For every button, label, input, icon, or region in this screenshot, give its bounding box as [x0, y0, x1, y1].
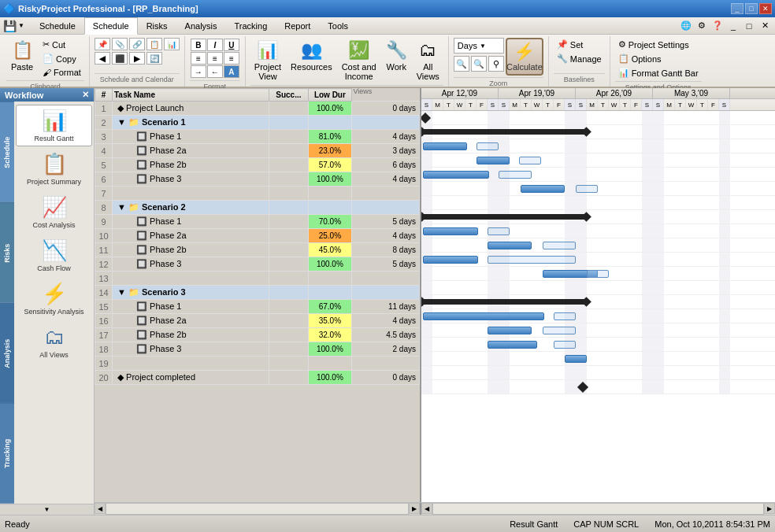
italic-button[interactable]: I — [207, 39, 223, 51]
formatpaint-button[interactable]: 🖌Format — [39, 66, 84, 79]
resources-button[interactable]: 👥 Resources — [287, 38, 336, 74]
calculate-button[interactable]: ⚡ Calculate — [506, 38, 543, 76]
sched-btn-a[interactable]: ◀ — [95, 52, 110, 65]
table-row[interactable]: 16🔲 Phase 2a35.0%4 days — [95, 314, 420, 328]
task-name-header[interactable]: Task Name — [113, 89, 269, 102]
info-icon[interactable]: ❓ — [710, 19, 725, 33]
table-row[interactable]: 18🔲 Phase 3100.0%2 days — [95, 342, 420, 357]
maximize-button[interactable]: □ — [745, 3, 758, 14]
table-row[interactable]: 7 — [95, 187, 420, 201]
side-tab-risks[interactable]: Risks — [0, 202, 14, 303]
minimize-button[interactable]: _ — [731, 3, 743, 14]
sched-btn-b[interactable]: ⬛ — [112, 52, 128, 65]
align-center-button[interactable]: ≡ — [207, 52, 223, 65]
task-btn-2[interactable]: 📎 — [112, 38, 128, 50]
row-number: 1 — [95, 102, 113, 116]
sched-btn-c[interactable]: ▶ — [129, 52, 145, 65]
table-row[interactable]: 19 — [95, 357, 420, 371]
table-row[interactable]: 8▼ 📁 Scenario 2 — [95, 201, 420, 215]
table-row[interactable]: 1◆ Project Launch100.0%0 days — [95, 102, 420, 116]
bold-button[interactable]: B — [191, 39, 206, 51]
task-btn-5[interactable]: 📊 — [164, 38, 180, 50]
underline-button[interactable]: U — [224, 39, 239, 51]
menu-tab-risks[interactable]: Risks — [138, 17, 176, 34]
table-scrollbar[interactable] — [106, 503, 409, 515]
zoom-out-button[interactable]: 🔍 — [471, 56, 487, 72]
all-views-button[interactable]: 🗂 AllViews — [413, 38, 443, 83]
help-icon[interactable]: 🌐 — [679, 19, 693, 33]
color-button[interactable]: A — [224, 65, 239, 78]
table-scroll-left[interactable]: ◀ — [95, 503, 106, 514]
pct-cell: 100.0% — [308, 102, 351, 116]
table-row[interactable]: 3🔲 Phase 181.0%4 days — [95, 130, 420, 144]
table-row[interactable]: 20◆ Project completed100.0%0 days — [95, 371, 420, 385]
menu-arrow[interactable]: ▼ — [18, 22, 24, 29]
side-tab-analysis[interactable]: Analysis — [0, 303, 14, 404]
cost-income-button[interactable]: 💹 Cost andIncome — [338, 38, 380, 83]
options-button[interactable]: 📋 Options — [615, 52, 702, 65]
workflow-item-project-summary[interactable]: 📋 Project Summary — [16, 148, 92, 190]
menu-tab-analysis[interactable]: Analysis — [176, 17, 226, 34]
menu-tab-schedule-active[interactable]: Schedule — [84, 17, 138, 35]
window-minimize-icon[interactable]: _ — [726, 19, 740, 33]
task-btn-3[interactable]: 🔗 — [129, 38, 145, 50]
table-row[interactable]: 10🔲 Phase 2a25.0%4 days — [95, 229, 420, 243]
table-row[interactable]: 9🔲 Phase 170.0%5 days — [95, 215, 420, 229]
menu-tab-tracking[interactable]: Tracking — [226, 17, 276, 34]
table-row[interactable]: 14▼ 📁 Scenario 3 — [95, 286, 420, 300]
side-tab-schedule[interactable]: Schedule — [0, 102, 14, 202]
window-maximize-icon[interactable]: □ — [742, 19, 756, 33]
gantt-scroll-right[interactable]: ▶ — [764, 503, 775, 514]
settings-icon[interactable]: ⚙ — [695, 19, 709, 33]
table-row[interactable]: 11🔲 Phase 2b45.0%8 days — [95, 243, 420, 257]
window-close-icon[interactable]: ✕ — [758, 19, 772, 33]
table-row[interactable]: 13 — [95, 272, 420, 286]
close-button[interactable]: ✕ — [759, 3, 772, 14]
table-row[interactable]: 12🔲 Phase 3100.0%5 days — [95, 257, 420, 272]
menu-tab-schedule[interactable]: Schedule — [31, 17, 84, 34]
succ-cell — [269, 328, 308, 342]
indent-button[interactable]: → — [191, 65, 206, 78]
task-btn-4[interactable]: 📋 — [146, 38, 162, 50]
table-row[interactable]: 5🔲 Phase 2b57.0%6 days — [95, 158, 420, 172]
cut-button[interactable]: ✂Cut — [39, 38, 84, 51]
menu-tab-tools[interactable]: Tools — [319, 17, 357, 34]
succ-header[interactable]: Succ... — [269, 89, 308, 102]
gantt-body[interactable] — [421, 111, 775, 502]
workflow-item-cash-flow[interactable]: 📉 Cash Flow — [16, 235, 92, 276]
gantt-scrollbar[interactable] — [432, 503, 764, 515]
table-row[interactable]: 4🔲 Phase 2a23.0%3 days — [95, 144, 420, 158]
align-left-button[interactable]: ≡ — [191, 52, 206, 65]
sidebar-scroll[interactable]: ▼ — [0, 504, 94, 515]
zoom-in-button[interactable]: 🔍 — [454, 56, 469, 72]
table-scroll-right[interactable]: ▶ — [409, 503, 420, 514]
table-row[interactable]: 17🔲 Phase 2b32.0%4.5 days — [95, 328, 420, 342]
manage-button[interactable]: 🔧 Manage — [554, 52, 605, 65]
work-button[interactable]: 🔧 Work — [382, 38, 411, 74]
format-gantt-button[interactable]: 📊 Format Gantt Bar — [615, 66, 702, 79]
workflow-item-cost-analysis[interactable]: 📈 Cost Analysis — [16, 191, 92, 233]
workflow-item-result-gantt[interactable]: 📊 Result Gantt — [16, 105, 92, 146]
copy-button[interactable]: 📄Copy — [39, 52, 84, 65]
project-settings-button[interactable]: ⚙ Project Settings — [615, 38, 702, 51]
workflow-item-all-views[interactable]: 🗂 All Views — [16, 321, 92, 363]
zoom-reset-button[interactable]: ⚲ — [488, 56, 504, 72]
side-tab-tracking[interactable]: Tracking — [0, 403, 14, 504]
low-dur-header[interactable]: Low Dur — [308, 89, 351, 102]
menu-tab-report[interactable]: Report — [276, 17, 319, 34]
table-row[interactable]: 15🔲 Phase 167.0%11 days — [95, 300, 420, 314]
set-button[interactable]: 📌 Set — [554, 38, 605, 51]
outdent-button[interactable]: ← — [207, 65, 223, 78]
table-row[interactable]: 6🔲 Phase 3100.0%4 days — [95, 172, 420, 187]
task-btn-1[interactable]: 📌 — [95, 38, 110, 50]
align-right-button[interactable]: ≡ — [224, 52, 239, 65]
zoom-dropdown[interactable]: Days ▼ — [454, 38, 504, 54]
task-table-scroll[interactable]: # Task Name Succ... Low Dur 1◆ Project L… — [95, 88, 420, 502]
paste-button[interactable]: 📋 Paste — [6, 38, 38, 74]
gantt-scroll-left[interactable]: ◀ — [421, 503, 432, 514]
table-row[interactable]: 2▼ 📁 Scenario 1 — [95, 116, 420, 130]
workflow-close-icon[interactable]: ✕ — [82, 90, 89, 100]
project-view-button[interactable]: 📊 ProjectView — [250, 38, 285, 83]
workflow-item-sensitivity[interactable]: ⚡ Sensitivity Analysis — [16, 278, 92, 320]
sched-btn-d[interactable]: 🔄 — [146, 52, 162, 65]
